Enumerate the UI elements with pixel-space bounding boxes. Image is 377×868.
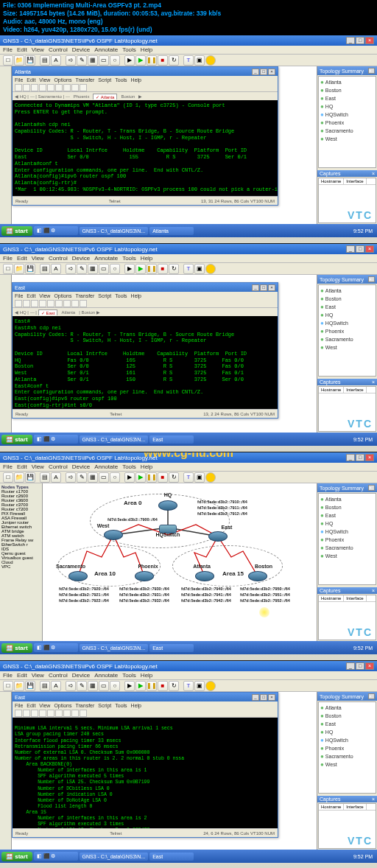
term2-tab-atlanta[interactable]: Atlanta xyxy=(59,310,77,315)
captures-col-interface[interactable]: Interface xyxy=(344,178,366,184)
taskbar-gns3[interactable]: GNS3 - C:\_data\GNS3\N... xyxy=(80,227,149,235)
new-icon[interactable]: □ xyxy=(3,55,13,66)
canvas[interactable]: Atlanta _ □ × File Edit View Options Tra… xyxy=(12,66,317,224)
term1-tool[interactable] xyxy=(55,84,63,91)
canvas[interactable]: East _□× FileEditViewOptionsTransferScri… xyxy=(12,275,317,433)
snapshot-icon[interactable]: ▤ xyxy=(40,264,50,274)
save-icon[interactable]: 💾 xyxy=(25,264,35,274)
label-icon[interactable]: A xyxy=(51,264,61,274)
stop-icon[interactable]: ■ xyxy=(158,55,168,66)
picture-icon[interactable]: ▣ xyxy=(194,264,205,274)
topo-item-sacramento[interactable]: Sacramento xyxy=(320,127,374,135)
term1-menu-script[interactable]: Script xyxy=(98,77,111,83)
topology-list[interactable]: Atlanta Boston East HQ HQSwitch Phoenix … xyxy=(318,284,376,377)
router-boston-icon[interactable] xyxy=(248,571,267,581)
router-atlanta-icon[interactable] xyxy=(195,571,214,581)
router-west-icon[interactable] xyxy=(104,530,123,540)
router-phoenix-icon[interactable] xyxy=(135,571,154,581)
menu-view[interactable]: View xyxy=(32,46,44,53)
term1-menu-file[interactable]: File xyxy=(15,77,23,83)
close-button[interactable]: × xyxy=(365,37,374,44)
new-icon[interactable]: □ xyxy=(3,264,13,274)
maximize-button[interactable]: □ xyxy=(356,245,364,253)
term1-tool[interactable] xyxy=(80,84,87,91)
ellipse-icon[interactable]: ○ xyxy=(110,264,120,274)
menu-control[interactable]: Control xyxy=(49,46,68,53)
topology-canvas[interactable]: Area 0 Area 10 Area 15 HQ HQSwitch West … xyxy=(43,483,317,641)
term1-close[interactable]: × xyxy=(268,69,275,75)
snapshot-icon[interactable]: ▤ xyxy=(40,55,50,66)
term2-output[interactable]: East# East#sh cdp nei Capability Codes: … xyxy=(13,316,278,409)
idle-icon[interactable] xyxy=(205,55,216,66)
term1-tab-phoenix[interactable]: Phoenix xyxy=(71,94,92,99)
menu-file[interactable]: File xyxy=(3,46,13,53)
menu-annotate[interactable]: Annotate xyxy=(94,46,118,53)
menu-help[interactable]: Help xyxy=(141,255,152,262)
idle-icon[interactable] xyxy=(205,264,216,274)
term1-menu-edit[interactable]: Edit xyxy=(27,77,35,83)
play-icon[interactable]: ▶ xyxy=(135,264,146,274)
term1-minimize[interactable]: _ xyxy=(252,69,259,75)
canvas[interactable]: East _□× FileEditViewOptionsTransferScri… xyxy=(12,692,317,850)
stop-icon[interactable]: ■ xyxy=(158,264,168,274)
term3-output[interactable]: Minimum LSA interval 5 secs. Minimum LSA… xyxy=(13,718,278,828)
topo-item-boston[interactable]: Boston xyxy=(320,86,374,94)
nodes-panel[interactable] xyxy=(0,275,12,433)
minimize-button[interactable]: _ xyxy=(346,245,355,253)
term1-tool[interactable] xyxy=(63,84,71,91)
topo-item-east[interactable]: East xyxy=(320,94,374,102)
console-icon[interactable]: ▶ xyxy=(124,264,135,274)
close-button[interactable]: × xyxy=(365,245,374,253)
note-icon[interactable]: ✎ xyxy=(77,264,87,274)
picture-icon[interactable]: ▣ xyxy=(194,55,205,66)
term1-menu-tools[interactable]: Tools xyxy=(115,77,127,83)
menu-annotate[interactable]: Annotate xyxy=(94,255,118,262)
panel-close-icon[interactable]: × xyxy=(368,68,375,74)
minimize-button[interactable]: _ xyxy=(346,37,355,44)
term1-tool[interactable] xyxy=(15,84,22,91)
menu-tools[interactable]: Tools xyxy=(122,255,136,262)
term1-maximize[interactable]: □ xyxy=(260,69,267,75)
pause-icon[interactable]: ❚❚ xyxy=(147,264,157,274)
term1-tool[interactable] xyxy=(47,84,54,91)
open-icon[interactable]: 📁 xyxy=(14,55,24,66)
nodes-panel[interactable]: Nodes Types Router c1700 Router c2600 Ro… xyxy=(0,483,43,641)
term2-tab-east[interactable]: ✓ East xyxy=(38,309,58,315)
menu-tools[interactable]: Tools xyxy=(122,46,136,53)
console-icon[interactable]: ▶ xyxy=(124,55,135,66)
nodes-panel[interactable] xyxy=(0,692,12,850)
term1-tab-boston[interactable]: Boston xyxy=(119,94,137,99)
menu-device[interactable]: Device xyxy=(72,255,90,262)
image-icon[interactable]: ▦ xyxy=(88,264,98,274)
term2-minimize[interactable]: _ xyxy=(252,284,259,291)
menu-edit[interactable]: Edit xyxy=(17,255,27,262)
rect-icon[interactable]: ▭ xyxy=(99,264,109,274)
topo-item-atlanta[interactable]: Atlanta xyxy=(320,78,374,86)
topo-item-hqswitch[interactable]: HQSwitch xyxy=(320,111,374,119)
start-button[interactable]: 🪟 start xyxy=(1,435,32,444)
router-east-icon[interactable] xyxy=(208,531,228,542)
term1-tool[interactable] xyxy=(39,84,46,91)
label-icon[interactable]: A xyxy=(51,55,61,66)
pause-icon[interactable]: ❚❚ xyxy=(147,55,157,66)
rect-icon[interactable]: ▭ xyxy=(99,55,109,66)
text-icon[interactable]: T xyxy=(183,264,194,274)
term2-tool[interactable] xyxy=(15,300,22,307)
captures-close-icon[interactable]: × xyxy=(372,171,375,176)
link-icon[interactable]: ➪ xyxy=(66,55,76,66)
captures-col-hostname[interactable]: Hostname xyxy=(319,178,344,184)
reload-icon[interactable]: ↻ xyxy=(169,264,179,274)
ellipse-icon[interactable]: ○ xyxy=(110,55,120,66)
save-icon[interactable]: 💾 xyxy=(25,55,35,66)
term1-tool[interactable] xyxy=(71,84,79,91)
term2-close[interactable]: × xyxy=(268,284,275,291)
text-icon[interactable]: T xyxy=(183,55,194,66)
taskbar-terminal[interactable]: Atlanta xyxy=(149,227,194,235)
note-icon[interactable]: ✎ xyxy=(77,55,87,66)
maximize-button[interactable]: □ xyxy=(356,37,364,44)
play-icon[interactable]: ▶ xyxy=(135,55,146,66)
term1-tool[interactable] xyxy=(31,84,38,91)
device-item[interactable]: VPC xyxy=(1,564,40,569)
taskbar-item[interactable]: ◧ ⬛ ⚙ xyxy=(34,226,78,235)
term1-menu-view[interactable]: View xyxy=(39,77,50,83)
